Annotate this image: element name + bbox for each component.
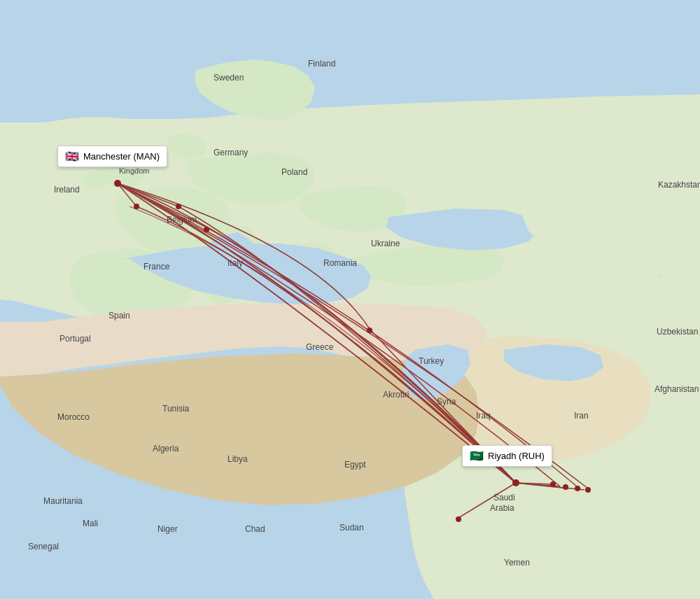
kazakhstan-circle: ○: [658, 271, 663, 281]
sudan-label: Sudan: [340, 523, 364, 533]
kingdom-label: Kingdom: [119, 167, 149, 175]
south-arabia-dot: [456, 516, 461, 522]
map-container: Ireland Kingdom Sweden Finland Poland Ge…: [0, 0, 700, 599]
uk-flag: 🇬🇧: [65, 150, 79, 163]
spain-label: Spain: [108, 311, 130, 320]
egypt-label: Egypt: [344, 460, 366, 470]
finland-label: Finland: [308, 59, 335, 69]
ukraine-label: Ukraine: [371, 239, 400, 248]
algeria-label: Algeria: [153, 444, 179, 453]
chad-label: Chad: [245, 524, 265, 534]
niger-label: Niger: [158, 524, 178, 534]
yemen-label: Yemen: [504, 558, 530, 568]
afghanistan-label: Afghanistan: [654, 384, 699, 394]
manchester-airport-label: 🇬🇧 Manchester (MAN): [57, 146, 167, 167]
map-svg: Ireland Kingdom Sweden Finland Poland Ge…: [0, 0, 700, 599]
italy-label: Italy: [227, 258, 243, 268]
ireland-label: Ireland: [54, 185, 80, 195]
riyadh-dot: [512, 479, 519, 486]
frankfurt-dot: [204, 227, 209, 232]
germany-label: Germany: [214, 148, 248, 157]
turkey-label: Turkey: [419, 356, 444, 366]
gulf2-dot: [563, 484, 568, 490]
gulf3-dot: [575, 486, 580, 491]
riyadh-label-text: Riyadh (RUH): [488, 451, 545, 461]
iran-label: Iran: [574, 411, 589, 421]
portugal-label: Portugal: [59, 334, 91, 344]
riyadh-airport-label: 🇸🇦 Riyadh (RUH): [462, 445, 552, 467]
manchester-dot: [114, 180, 121, 187]
saudi-arabia-label2: Arabia: [490, 503, 514, 513]
libya-label: Libya: [227, 454, 248, 464]
senegal-label: Senegal: [28, 542, 59, 551]
greece-label: Greece: [306, 342, 334, 352]
gulf4-dot: [585, 487, 591, 493]
sweden-label: Sweden: [214, 73, 244, 83]
romania-label: Romania: [323, 258, 357, 268]
manchester-label-text: Manchester (MAN): [83, 151, 160, 162]
se-england-dot: [134, 204, 139, 209]
france-label: France: [144, 262, 170, 272]
sa-flag: 🇸🇦: [470, 449, 484, 463]
brussels-dot: [176, 204, 181, 209]
mali-label: Mali: [83, 519, 98, 528]
mauritania-label: Mauritania: [43, 496, 83, 506]
istanbul-dot: [367, 327, 372, 333]
poland-label: Poland: [281, 167, 307, 177]
tunisia-label: Tunisia: [162, 404, 190, 414]
morocco-label: Morocco: [57, 412, 90, 422]
uzbekistan-label: Uzbekistan: [657, 327, 698, 337]
kazakhstan-label: Kazakhstan: [658, 180, 700, 190]
gulf1-dot: [550, 481, 556, 487]
